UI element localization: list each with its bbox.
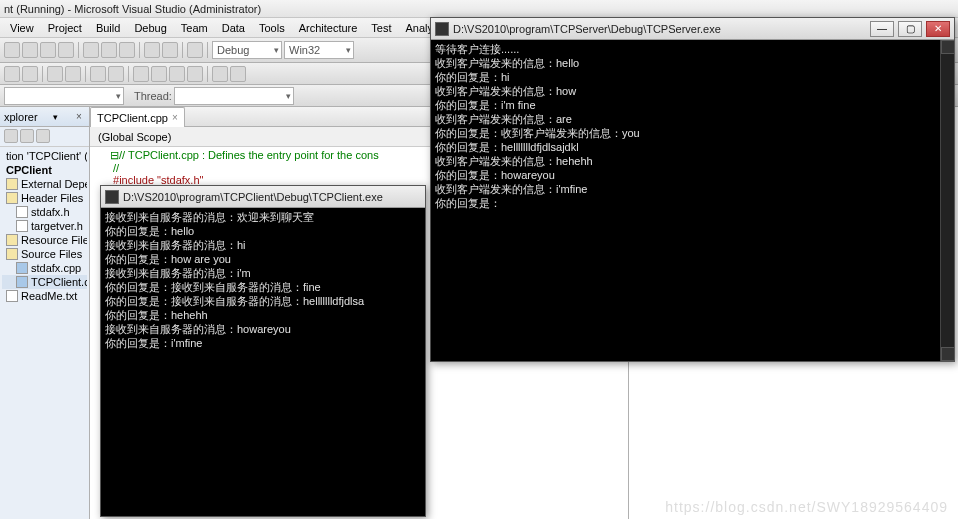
tree-label: ReadMe.txt [21, 290, 77, 302]
separator-icon [128, 66, 129, 82]
tree-label: External Depend [21, 178, 87, 190]
fold-icon [6, 178, 18, 190]
close-button[interactable]: ✕ [926, 21, 950, 37]
refresh-icon[interactable] [36, 129, 50, 143]
server-output[interactable]: 等待客户连接......收到客户端发来的信息：hello你的回复是：hi收到客户… [431, 40, 954, 212]
window-title: nt (Running) - Microsoft Visual Studio (… [0, 0, 958, 18]
menu-debug[interactable]: Debug [128, 20, 172, 36]
pin-icon[interactable]: ▾ [53, 112, 58, 122]
console-line: 收到客户端发来的信息：hello [435, 56, 950, 70]
file-icon [6, 290, 18, 302]
tree-item[interactable]: ReadMe.txt [2, 289, 87, 303]
indent-icon[interactable] [4, 66, 20, 82]
fold-icon [6, 234, 18, 246]
menu-data[interactable]: Data [216, 20, 251, 36]
scroll-up-icon[interactable] [941, 40, 955, 54]
show-all-icon[interactable] [20, 129, 34, 143]
outdent-icon[interactable] [22, 66, 38, 82]
console-line: 你的回复是：hi [435, 70, 950, 84]
separator-icon [139, 42, 140, 58]
tree-item[interactable]: External Depend [2, 177, 87, 191]
menu-build[interactable]: Build [90, 20, 126, 36]
console-line: 你的回复是：i'm fine [435, 98, 950, 112]
app-icon [435, 22, 449, 36]
client-console-window[interactable]: D:\VS2010\program\TCPClient\Debug\TCPCli… [100, 185, 426, 517]
config-combo[interactable]: Debug [212, 41, 282, 59]
console-line: 等待客户连接...... [435, 42, 950, 56]
copy-icon[interactable] [101, 42, 117, 58]
menu-project[interactable]: Project [42, 20, 88, 36]
maximize-button[interactable]: ▢ [898, 21, 922, 37]
menu-view[interactable]: View [4, 20, 40, 36]
tree-label: Resource Files [21, 234, 87, 246]
tree-label: Source Files [21, 248, 82, 260]
watermark: https://blog.csdn.net/SWY18929564409 [665, 499, 948, 515]
tree-label: TCPClient.cpp [31, 276, 87, 288]
cut-icon[interactable] [83, 42, 99, 58]
menu-test[interactable]: Test [365, 20, 397, 36]
tab-tcpclient[interactable]: TCPClient.cpp × [90, 107, 185, 127]
toggle4-icon[interactable] [187, 66, 203, 82]
thread-combo[interactable] [174, 87, 294, 105]
next-bookmark-icon[interactable] [108, 66, 124, 82]
undo-icon[interactable] [144, 42, 160, 58]
new-icon[interactable] [4, 42, 20, 58]
minimize-button[interactable]: — [870, 21, 894, 37]
process-combo[interactable] [4, 87, 124, 105]
console-line: 你的回复是：收到客户端发来的信息：you [435, 126, 950, 140]
console-line: 收到客户端发来的信息：how [435, 84, 950, 98]
separator-icon [78, 42, 79, 58]
tab-close-icon[interactable]: × [172, 112, 178, 123]
tree-item[interactable]: Header Files [2, 191, 87, 205]
tree-item[interactable]: stdafx.h [2, 205, 87, 219]
uncomment-icon[interactable] [65, 66, 81, 82]
solution-node[interactable]: tion 'TCPClient' (1 p [2, 149, 87, 163]
tree-item[interactable]: targetver.h [2, 219, 87, 233]
client-title: D:\VS2010\program\TCPClient\Debug\TCPCli… [123, 191, 421, 203]
properties-icon[interactable] [4, 129, 18, 143]
scrollbar[interactable] [940, 40, 954, 361]
save-icon[interactable] [40, 42, 56, 58]
platform-combo[interactable]: Win32 [284, 41, 354, 59]
tree-item[interactable]: stdafx.cpp [2, 261, 87, 275]
console-line: 你的回复是：hellllllldfjdlsajdkl [435, 140, 950, 154]
toggle-icon[interactable] [133, 66, 149, 82]
redo-icon[interactable] [162, 42, 178, 58]
open-icon[interactable] [22, 42, 38, 58]
step-icon[interactable] [212, 66, 228, 82]
explorer-toolbar [0, 127, 89, 147]
app-icon [105, 190, 119, 204]
file-icon [16, 220, 28, 232]
menu-architecture[interactable]: Architecture [293, 20, 364, 36]
server-console-window[interactable]: D:\VS2010\program\TCPServer\Debug\TCPSer… [430, 17, 955, 362]
cpp-icon [16, 262, 28, 274]
step-over-icon[interactable] [230, 66, 246, 82]
solution-explorer: xplorer ▾ × tion 'TCPClient' (1 p CPClie… [0, 107, 90, 519]
console-line: 收到客户端发来的信息：i'mfine [435, 182, 950, 196]
toggle2-icon[interactable] [151, 66, 167, 82]
paste-icon[interactable] [119, 42, 135, 58]
start-icon[interactable] [187, 42, 203, 58]
comment-icon[interactable] [47, 66, 63, 82]
separator-icon [85, 66, 86, 82]
menu-tools[interactable]: Tools [253, 20, 291, 36]
tree-item[interactable]: TCPClient.cpp [2, 275, 87, 289]
project-node[interactable]: CPClient [2, 163, 87, 177]
tree-item[interactable]: Source Files [2, 247, 87, 261]
file-icon [16, 206, 28, 218]
console-line: 接收到来自服务器的消息：howareyou [105, 322, 421, 336]
tree-label: stdafx.cpp [31, 262, 81, 274]
save-all-icon[interactable] [58, 42, 74, 58]
tree-item[interactable]: Resource Files [2, 233, 87, 247]
scroll-down-icon[interactable] [941, 347, 955, 361]
toggle3-icon[interactable] [169, 66, 185, 82]
explorer-title: xplorer [4, 111, 38, 123]
bookmark-icon[interactable] [90, 66, 106, 82]
close-icon[interactable]: × [73, 111, 85, 123]
console-line: 你的回复是：hehehh [105, 308, 421, 322]
client-output[interactable]: 接收到来自服务器的消息：欢迎来到聊天室你的回复是：hello接收到来自服务器的消… [101, 208, 425, 352]
menu-team[interactable]: Team [175, 20, 214, 36]
console-line: 接收到来自服务器的消息：hi [105, 238, 421, 252]
thread-label: Thread: [134, 90, 172, 102]
separator-icon [207, 42, 208, 58]
